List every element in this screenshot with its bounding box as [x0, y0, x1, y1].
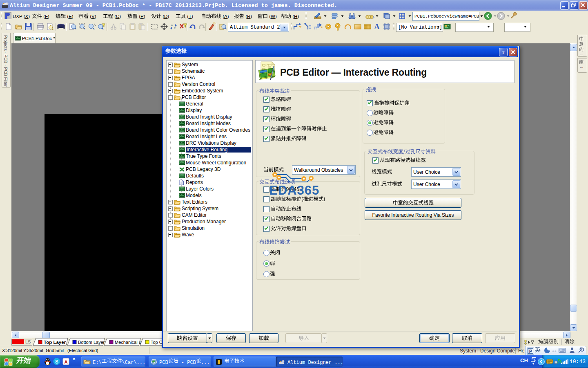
svg-text:Top Layer: Top Layer [44, 340, 66, 345]
svg-text:P: P [529, 348, 532, 353]
svg-text:S: S [55, 359, 58, 365]
svg-text:A: A [374, 22, 380, 31]
svg-text:Top O: Top O [151, 340, 163, 345]
svg-text:Mechanical 1: Mechanical 1 [115, 340, 141, 345]
svg-text:Bottom Layer: Bottom Layer [78, 340, 105, 345]
